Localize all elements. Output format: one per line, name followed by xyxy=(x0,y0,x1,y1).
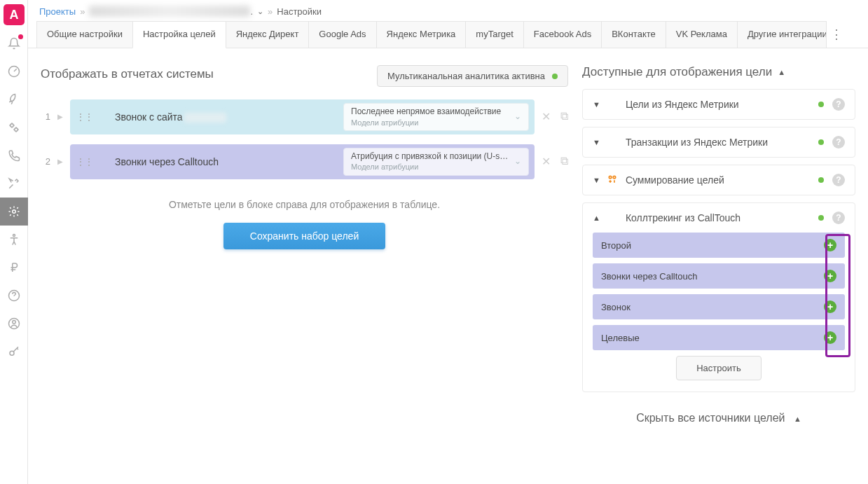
panel-header[interactable]: ▼ Транзакции из Яндекс Метрики ? xyxy=(583,127,855,157)
drag-handle-icon[interactable]: ⋮⋮ xyxy=(76,156,92,167)
metrika-icon xyxy=(607,137,619,148)
save-goals-button[interactable]: Сохранить набор целей xyxy=(223,223,385,249)
add-goal-icon[interactable]: + xyxy=(824,270,836,282)
sidebar-tools[interactable] xyxy=(0,170,28,198)
goal-item[interactable]: Целевые + xyxy=(593,325,845,350)
panel-title: Цели из Яндекс Метрики xyxy=(626,99,811,110)
sidebar-accessibility[interactable] xyxy=(0,226,28,254)
goal-item[interactable]: Звонки через Calltouch + xyxy=(593,263,845,289)
tab-mytarget[interactable]: myTarget xyxy=(465,21,523,48)
panel-header[interactable]: ▼ Цели из Яндекс Метрики ? xyxy=(583,90,855,119)
remove-goal-icon[interactable]: ✕ xyxy=(542,155,551,168)
app-logo[interactable]: A xyxy=(4,4,25,25)
svg-point-3 xyxy=(13,235,15,237)
add-goal-icon[interactable]: + xyxy=(824,239,836,251)
goal-item[interactable]: Второй + xyxy=(593,233,845,258)
chevron-down-icon: ⌄ xyxy=(514,156,521,167)
goal-source-panel: ▼ Суммирование целей ? xyxy=(582,165,855,195)
help-icon[interactable]: ? xyxy=(832,174,845,186)
goal-source-panel: ▼ Цели из Яндекс Метрики ? xyxy=(582,89,855,120)
sidebar-dashboard[interactable] xyxy=(0,57,28,85)
caret-down-icon: ▼ xyxy=(593,176,600,184)
tab-facebook-ads[interactable]: Facebook Ads xyxy=(523,21,602,48)
chevron-right-icon: ▶ xyxy=(57,158,63,165)
caret-down-icon: ▼ xyxy=(593,138,600,146)
status-chip-label: Мультиканальная аналитика активна xyxy=(387,71,545,81)
chevron-right-icon: ▶ xyxy=(57,113,63,120)
sidebar-key[interactable] xyxy=(0,338,28,366)
sidebar-account[interactable] xyxy=(0,310,28,338)
chevron-down-icon: ⌄ xyxy=(514,111,521,123)
caret-up-icon: ▲ xyxy=(593,214,600,222)
goal-row: 1 ▶ ⋮⋮ Звонок с сайта Последнее непрямое… xyxy=(41,99,568,134)
remove-goal-icon[interactable]: ✕ xyxy=(542,110,551,123)
help-icon[interactable]: ? xyxy=(832,136,845,148)
tab-goals[interactable]: Настройка целей xyxy=(132,21,226,48)
calltouch-icon xyxy=(607,212,619,223)
help-icon[interactable]: ? xyxy=(832,98,845,111)
sidebar-settings[interactable] xyxy=(0,198,28,226)
help-icon[interactable]: ? xyxy=(832,212,845,224)
breadcrumb-project-name[interactable] xyxy=(89,6,250,17)
configure-button[interactable]: Настроить xyxy=(676,356,762,380)
breadcrumb-current: Настройки xyxy=(277,6,322,17)
svg-point-6 xyxy=(13,321,16,324)
tab-vkontakte[interactable]: ВКонтакте xyxy=(601,21,666,48)
right-section-title[interactable]: Доступные для отображения цели ▲ xyxy=(582,65,855,79)
svg-point-2 xyxy=(13,210,16,214)
goals-hint: Отметьте цели в блоке справа для отображ… xyxy=(41,199,568,210)
goal-row: 2 ▶ ⋮⋮ Звонки через Calltouch Атрибуция … xyxy=(41,144,568,179)
status-dot-icon xyxy=(818,215,824,221)
calltouch-icon xyxy=(98,156,109,167)
svg-point-0 xyxy=(11,124,14,127)
tab-general[interactable]: Общие настройки xyxy=(36,21,133,48)
tab-yandex-metrika[interactable]: Яндекс Метрика xyxy=(376,21,467,48)
breadcrumb-projects[interactable]: Проекты xyxy=(39,6,76,17)
copy-goal-icon[interactable]: ⧉ xyxy=(560,110,568,123)
svg-point-9 xyxy=(613,176,616,179)
multichannel-status-chip[interactable]: Мультиканальная аналитика активна xyxy=(377,65,568,87)
sidebar-notifications[interactable] xyxy=(0,29,28,57)
goal-item[interactable]: Звонок + xyxy=(593,294,845,319)
goal-item-label: Звонок xyxy=(601,302,631,312)
svg-point-1 xyxy=(15,128,18,132)
panel-header[interactable]: ▼ Суммирование целей ? xyxy=(583,165,855,195)
attribution-select[interactable]: Последнее непрямое взаимодействие Модели… xyxy=(343,103,529,131)
tab-other-integrations[interactable]: Другие интеграции xyxy=(737,21,827,48)
goal-name: Звонок с сайта xyxy=(115,111,338,123)
goal-card[interactable]: ⋮⋮ Звонки через Calltouch Атрибуция с пр… xyxy=(70,144,535,179)
goal-source-panel: ▼ Транзакции из Яндекс Метрики ? xyxy=(582,127,855,158)
panel-items: Второй + Звонки через Calltouch + Звонок… xyxy=(583,233,855,392)
sidebar-ruble[interactable] xyxy=(0,254,28,282)
attribution-main: Атрибуция с привязкой к позиции (U-s… xyxy=(351,151,508,163)
main-area: Проекты » . ⌄ » Настройки Общие настройк… xyxy=(28,0,868,484)
sidebar-rocket[interactable] xyxy=(0,85,28,113)
panel-header[interactable]: ▲ Коллтрекинг из CallTouch ? xyxy=(583,203,855,233)
goal-card[interactable]: ⋮⋮ Звонок с сайта Последнее непрямое вза… xyxy=(70,99,535,134)
copy-goal-icon[interactable]: ⧉ xyxy=(560,155,568,168)
left-section-title: Отображать в отчетах системы xyxy=(41,67,214,81)
breadcrumb-dropdown-icon[interactable]: ⌄ xyxy=(257,7,263,16)
tabs-bar: Общие настройки Настройка целей Яндекс Д… xyxy=(28,21,868,48)
metrika-icon xyxy=(607,99,619,110)
attribution-select[interactable]: Атрибуция с привязкой к позиции (U-s… Мо… xyxy=(343,148,529,176)
sidebar-calls[interactable] xyxy=(0,141,28,170)
tab-vk-reklama[interactable]: VK Реклама xyxy=(666,21,738,48)
tab-google-ads[interactable]: Google Ads xyxy=(308,21,376,48)
left-sidebar: A xyxy=(0,0,28,484)
sidebar-gears[interactable] xyxy=(0,113,28,141)
status-dot-icon xyxy=(818,102,824,107)
status-dot-icon xyxy=(818,177,824,183)
attribution-main: Последнее непрямое взаимодействие xyxy=(351,106,501,118)
tabs-overflow-menu[interactable]: ⋮ xyxy=(826,21,847,48)
goal-number: 1 xyxy=(41,111,50,122)
status-dot-icon xyxy=(818,139,824,145)
tab-yandex-direct[interactable]: Яндекс Директ xyxy=(226,21,310,48)
sidebar-help[interactable] xyxy=(0,282,28,310)
add-goal-icon[interactable]: + xyxy=(824,300,836,313)
caret-up-icon: ▲ xyxy=(794,415,801,423)
svg-point-7 xyxy=(10,351,14,355)
add-goal-icon[interactable]: + xyxy=(824,331,836,344)
drag-handle-icon[interactable]: ⋮⋮ xyxy=(76,111,92,123)
hide-all-sources-toggle[interactable]: Скрыть все источники целей ▲ xyxy=(582,412,855,424)
